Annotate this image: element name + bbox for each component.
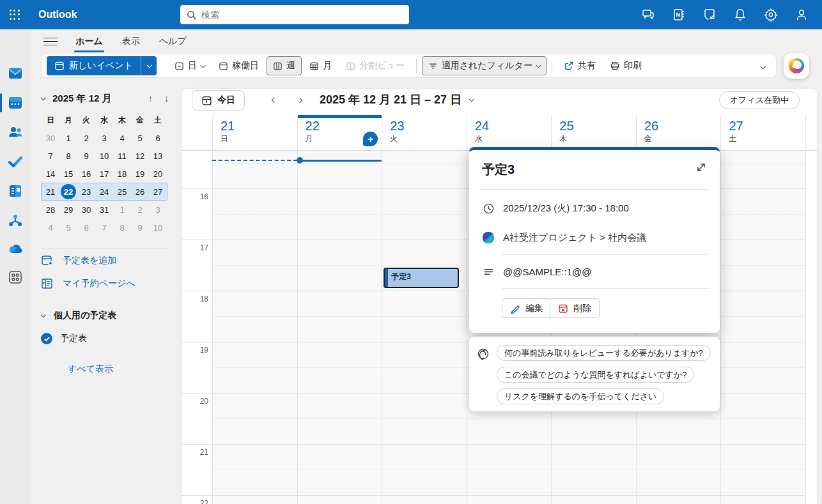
- mini-day[interactable]: 5: [131, 129, 149, 147]
- work-location-status-button[interactable]: オフィス在勤中: [719, 91, 800, 109]
- todo-check-icon[interactable]: [0, 149, 31, 174]
- share-button[interactable]: 共有: [557, 56, 602, 75]
- copilot-button[interactable]: [784, 53, 809, 79]
- people-icon[interactable]: [0, 119, 31, 145]
- mini-day[interactable]: 22: [59, 183, 77, 201]
- day-header-25[interactable]: 25木: [551, 115, 636, 151]
- mail-icon[interactable]: [0, 61, 31, 86]
- mini-day[interactable]: 19: [131, 165, 149, 183]
- day-header-27[interactable]: 27土: [720, 115, 805, 151]
- new-event-dropdown[interactable]: [141, 56, 157, 75]
- mini-day[interactable]: 27: [149, 183, 167, 201]
- mini-day[interactable]: 28: [42, 201, 59, 218]
- mini-day[interactable]: 4: [42, 218, 59, 236]
- onenote-feed-icon[interactable]: N: [663, 0, 694, 29]
- mini-day[interactable]: 29: [59, 201, 77, 218]
- today-button[interactable]: 今日: [192, 90, 245, 111]
- mini-day[interactable]: 18: [113, 165, 131, 183]
- mini-day[interactable]: 7: [95, 218, 113, 236]
- tab-view[interactable]: 表示: [121, 32, 141, 51]
- mini-day[interactable]: 9: [131, 218, 149, 236]
- mini-day[interactable]: 6: [149, 129, 167, 147]
- mini-day[interactable]: 30: [42, 129, 59, 147]
- settings-gear-icon[interactable]: [756, 0, 786, 29]
- tab-home[interactable]: ホーム: [74, 32, 104, 51]
- show-all-link[interactable]: すべて表示: [68, 363, 113, 375]
- mini-day[interactable]: 9: [77, 147, 95, 165]
- mini-calendar-prev-arrow[interactable]: ↑: [148, 93, 153, 103]
- account-icon[interactable]: [786, 0, 817, 29]
- calendar-checked-icon[interactable]: [41, 333, 52, 344]
- mini-day[interactable]: 10: [149, 218, 167, 236]
- mini-day[interactable]: 17: [95, 165, 113, 183]
- chat-icon[interactable]: [633, 0, 663, 29]
- mini-day[interactable]: 1: [113, 201, 131, 218]
- view-day-button[interactable]: 日: [168, 56, 211, 75]
- day-header-26[interactable]: 26金: [636, 115, 721, 151]
- expand-event-icon[interactable]: [695, 162, 708, 174]
- view-week-button[interactable]: 週: [267, 56, 302, 75]
- mini-calendar-next-arrow[interactable]: ↓: [164, 93, 169, 103]
- calendar-list-item[interactable]: 予定表: [41, 333, 87, 344]
- mini-day[interactable]: 8: [59, 147, 77, 165]
- copilot-suggestion-pill[interactable]: 何の事前読み取りをレビューする必要がありますか?: [497, 345, 711, 361]
- mini-day[interactable]: 13: [149, 147, 167, 165]
- search-box[interactable]: [180, 5, 409, 24]
- mini-day[interactable]: 3: [95, 129, 113, 147]
- day-header-21[interactable]: 21日: [212, 115, 297, 151]
- print-button[interactable]: 印刷: [603, 56, 648, 75]
- onedrive-cloud-icon[interactable]: [0, 237, 31, 263]
- edit-event-button[interactable]: 編集: [502, 298, 552, 318]
- mini-calendar-collapse-chevron[interactable]: [40, 95, 45, 100]
- mini-day[interactable]: 24: [95, 183, 113, 201]
- date-range-title[interactable]: 2025 年 12 月 21 日 – 27 日: [320, 92, 473, 107]
- notes-icon[interactable]: [694, 0, 725, 29]
- add-calendar-link[interactable]: 予定表を追加: [41, 254, 116, 267]
- mini-day[interactable]: 12: [131, 147, 149, 165]
- notifications-bell-icon[interactable]: [725, 0, 756, 29]
- org-network-icon[interactable]: [0, 208, 31, 233]
- more-apps-icon[interactable]: [0, 264, 31, 290]
- day-header-23[interactable]: 23火: [382, 115, 467, 151]
- mini-day[interactable]: 3: [149, 201, 167, 218]
- view-workweek-button[interactable]: 稼働日: [212, 56, 265, 75]
- mini-day[interactable]: 6: [77, 218, 95, 236]
- mini-day[interactable]: 20: [149, 165, 167, 183]
- view-month-button[interactable]: 月: [303, 56, 338, 75]
- app-launcher-waffle-icon[interactable]: [0, 0, 29, 29]
- mini-day[interactable]: 8: [113, 218, 131, 236]
- mini-day[interactable]: 2: [131, 201, 149, 218]
- tab-help[interactable]: ヘルプ: [158, 32, 188, 51]
- mini-day[interactable]: 14: [42, 165, 59, 183]
- mini-day[interactable]: 1: [59, 129, 77, 147]
- copilot-suggestion-pill[interactable]: リスクを理解するのを手伝ってください: [497, 388, 664, 404]
- personal-calendars-group[interactable]: 個人用の予定表: [41, 310, 116, 321]
- day-header-22[interactable]: 22月+: [297, 115, 382, 151]
- calendar-icon[interactable]: [0, 90, 31, 116]
- pages-icon[interactable]: [0, 178, 31, 204]
- search-input[interactable]: [201, 10, 403, 20]
- mini-day[interactable]: 26: [131, 183, 149, 201]
- mini-day[interactable]: 16: [77, 165, 95, 183]
- mini-day[interactable]: 4: [113, 129, 131, 147]
- mini-day[interactable]: 21: [42, 183, 59, 201]
- mini-day[interactable]: 7: [42, 147, 59, 165]
- mini-day[interactable]: 5: [59, 218, 77, 236]
- day-header-24[interactable]: 24水: [467, 115, 552, 151]
- toolbar-overflow-chevron[interactable]: [761, 60, 764, 72]
- next-week-arrow[interactable]: [293, 93, 307, 107]
- applied-filter-button[interactable]: 適用されたフィルター: [422, 56, 547, 75]
- mini-day[interactable]: 23: [77, 183, 95, 201]
- mini-day[interactable]: 31: [95, 201, 113, 218]
- mini-day[interactable]: 25: [113, 183, 131, 201]
- my-booking-page-link[interactable]: マイ予約ページへ: [41, 277, 136, 290]
- mini-day[interactable]: 30: [77, 201, 95, 218]
- prev-week-arrow[interactable]: [267, 93, 281, 107]
- hamburger-menu-icon[interactable]: [43, 34, 58, 49]
- mini-day[interactable]: 10: [95, 147, 113, 165]
- quick-add-event-badge[interactable]: +: [363, 132, 378, 146]
- delete-event-button[interactable]: 削除: [550, 298, 600, 318]
- new-event-button[interactable]: 新しいイベント: [47, 56, 157, 75]
- copilot-suggestion-pill[interactable]: この会議でどのような質問をすればよいですか?: [497, 367, 694, 383]
- mini-day[interactable]: 11: [113, 147, 131, 165]
